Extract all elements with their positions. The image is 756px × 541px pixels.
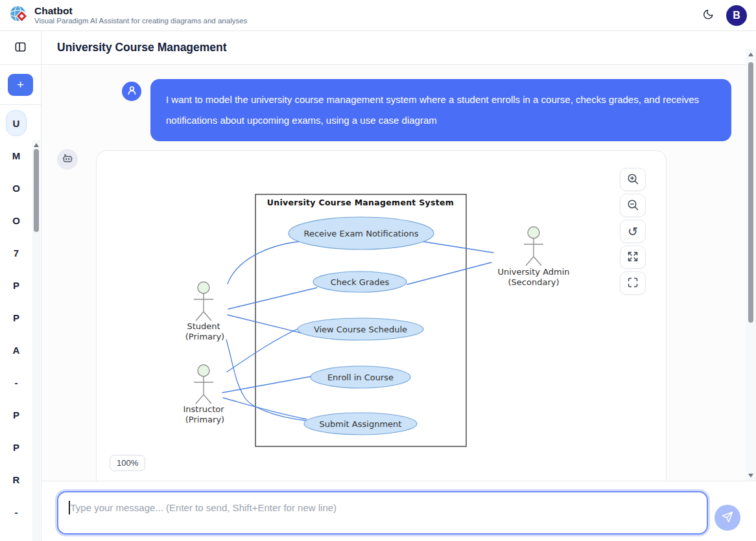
system-boundary-title: University Course Management System [267,198,454,207]
svg-text:(Primary): (Primary) [185,332,224,341]
user-message-avatar [122,82,141,101]
zoom-in-button[interactable] [620,168,646,191]
zoom-out-button[interactable] [620,194,646,217]
message-input-placeholder: Type your message... (Enter to send, Shi… [71,501,337,514]
sidebar-scrollbar-thumb[interactable] [34,149,39,232]
scroll-up-arrow[interactable] [748,52,753,56]
svg-text:Receive Exam Notifications: Receive Exam Notifications [303,229,418,238]
app-window: Chatbot Visual Paradigm AI Assistant for… [0,0,756,541]
app-title: Chatbot [34,5,247,16]
svg-text:University Admin: University Admin [497,267,569,277]
svg-text:(Primary): (Primary) [185,415,224,424]
sidebar: + U M O O 7 P P A - P P R - [0,31,41,541]
robot-icon [61,152,74,167]
use-case-view-course-schedule: View Course Schedule [298,318,423,340]
use-case-diagram-canvas[interactable]: University Course Management System [178,189,578,452]
moon-icon [702,8,715,23]
sidebar-item-9[interactable]: P [6,402,27,428]
sidebar-toggle-button[interactable] [14,40,27,56]
user-profile-avatar[interactable]: B [726,5,747,26]
sidebar-item-12[interactable]: - [6,499,27,525]
expand-arrows-icon [626,249,640,266]
fullscreen-icon [626,275,640,292]
chat-history-list: U M O O 7 P P A - P P R - [0,105,32,525]
page-title: University Course Management [57,41,227,54]
chat-scrollbar[interactable] [746,49,756,481]
reset-rotation-icon: ↺ [628,225,638,238]
actor-instructor: Instructor (Primary) [183,365,224,424]
svg-text:Submit Assignment: Submit Assignment [320,419,402,429]
zoom-in-icon [626,172,640,188]
composer-bar: Type your message... (Enter to send, Shi… [41,481,756,541]
reset-view-button[interactable]: ↺ [620,220,646,243]
assistant-avatar [57,149,78,170]
sidebar-item-4[interactable]: 7 [6,240,27,266]
sidebar-item-2[interactable]: O [6,175,27,201]
sidebar-item-3[interactable]: O [6,207,27,233]
sidebar-item-10[interactable]: P [6,434,27,460]
text-caret [69,501,70,514]
chat-area: I want to model the university course ma… [41,65,756,481]
sidebar-item-8[interactable]: - [6,369,27,395]
conversation-title-bar: University Course Management [41,31,756,65]
app-header: Chatbot Visual Paradigm AI Assistant for… [0,0,756,31]
send-button[interactable] [715,505,740,531]
sidebar-scrollbar[interactable] [32,140,40,541]
use-case-enroll-in-course: Enroll in Course [311,366,410,388]
sidebar-item-11[interactable]: R [6,466,27,492]
chat-scrollbar-thumb[interactable] [748,62,753,323]
sidebar-item-6[interactable]: P [6,305,27,330]
svg-text:Student: Student [187,321,220,331]
new-chat-button[interactable]: + [8,74,33,96]
fullscreen-button[interactable] [620,271,646,295]
user-message-bubble: I want to model the university course ma… [150,79,731,141]
svg-text:View Course Schedule: View Course Schedule [314,325,407,334]
message-input[interactable]: Type your message... (Enter to send, Shi… [57,491,708,535]
sidebar-item-7[interactable]: A [6,337,27,363]
app-subtitle: Visual Paradigm AI Assistant for creatin… [34,16,247,25]
zoom-level-badge: 100% [110,455,145,471]
diagram-card: University Course Management System [96,150,667,481]
use-case-receive-exam-notifications: Receive Exam Notifications [289,217,434,249]
visual-paradigm-logo-icon [9,5,29,27]
svg-text:Check Grades: Check Grades [331,277,390,287]
svg-text:(Secondary): (Secondary) [508,277,560,287]
sidebar-item-0[interactable]: U [6,110,27,136]
paper-plane-icon [720,510,735,526]
scroll-down-arrow[interactable] [748,474,753,478]
use-case-check-grades: Check Grades [313,271,407,292]
diagram-viewer-controls: ↺ [620,168,646,295]
svg-text:Enroll in Course: Enroll in Course [327,373,394,382]
svg-text:Instructor: Instructor [183,404,224,414]
use-case-submit-assignment: Submit Assignment [304,413,417,435]
scroll-up-arrow[interactable] [34,143,39,147]
panel-toggle-icon [14,40,27,56]
zoom-out-icon [626,198,640,214]
actor-university-admin: University Admin (Secondary) [497,227,569,287]
actor-student: Student (Primary) [185,282,224,341]
person-icon [126,85,137,98]
theme-toggle-button[interactable] [702,8,715,23]
sidebar-item-5[interactable]: P [6,272,27,298]
expand-button[interactable] [620,246,646,269]
brand: Chatbot Visual Paradigm AI Assistant for… [9,5,247,27]
sidebar-item-1[interactable]: M [6,143,27,168]
